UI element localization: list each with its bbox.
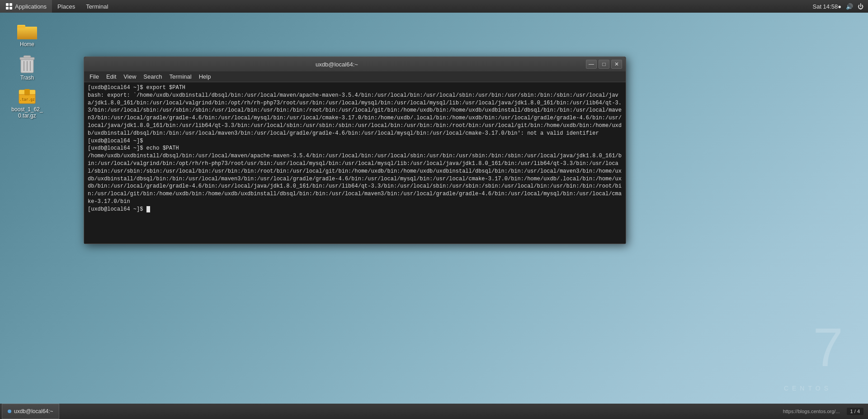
view-label: View: [123, 73, 136, 80]
file-label: File: [90, 73, 99, 80]
taskbar-bottom-right: https://blogs.centos.org/... 1 / 4: [783, 408, 868, 415]
terminal-view-menu[interactable]: View: [120, 71, 140, 82]
time-display: Sat 14:58●: [812, 3, 841, 10]
home-folder-svg: [16, 19, 38, 41]
applications-label: Applications: [15, 3, 47, 10]
help-label: Help: [199, 73, 211, 80]
terminal-controls: — □ ✕: [586, 60, 622, 69]
terminal-menu[interactable]: Terminal: [80, 0, 113, 13]
taskbar-top-right: Sat 14:58● 🔊 ⏻: [812, 3, 868, 10]
terminal-edit-menu[interactable]: Edit: [103, 71, 120, 82]
terminal-file-menu[interactable]: File: [86, 71, 103, 82]
minimize-icon: —: [589, 61, 594, 67]
power-icon[interactable]: ⏻: [858, 3, 863, 10]
svg-rect-0: [6, 3, 9, 6]
close-icon: ✕: [614, 61, 619, 67]
svg-rect-7: [17, 26, 25, 28]
task-dot: [8, 410, 11, 413]
maximize-button[interactable]: □: [599, 60, 609, 69]
svg-rect-6: [17, 27, 37, 39]
terminal-window: uxdb@local64:~ — □ ✕ File Edit View Sear…: [84, 56, 626, 244]
places-menu[interactable]: Places: [52, 0, 80, 13]
edit-label: Edit: [106, 73, 116, 80]
terminal-title: uxdb@local64:~: [88, 61, 586, 68]
terminal-search-menu[interactable]: Search: [140, 71, 165, 82]
centos-brand: CENTOS: [784, 385, 832, 392]
minimize-button[interactable]: —: [586, 60, 597, 69]
terminal-content-area[interactable]: [uxdb@local64 ~]$ export $PATH bash: exp…: [84, 82, 626, 244]
package-svg: .tar.gz: [16, 85, 38, 106]
terminal-cursor: [146, 206, 150, 212]
svg-rect-1: [9, 3, 12, 6]
maximize-icon: □: [602, 61, 605, 67]
package-icon: .tar.gz: [16, 85, 38, 106]
desktop-icon-boost[interactable]: .tar.gz boost_1_62_0.tar.gz: [9, 82, 45, 121]
home-icon-label: Home: [20, 41, 34, 47]
svg-rect-10: [24, 56, 31, 58]
terminal-menu-label: Terminal: [170, 73, 192, 80]
svg-rect-2: [6, 7, 9, 9]
top-menu-left: Applications Places Terminal: [0, 0, 113, 13]
folder-icon: [16, 19, 38, 41]
places-label: Places: [57, 3, 75, 10]
close-button[interactable]: ✕: [611, 60, 622, 69]
trash-icon: [16, 53, 38, 75]
volume-icon[interactable]: 🔊: [846, 3, 853, 10]
taskbar-bottom: uxdb@local64:~ https://blogs.centos.org/…: [0, 404, 868, 419]
trash-icon-label: Trash: [20, 75, 34, 81]
terminal-label: Terminal: [86, 3, 108, 10]
svg-text:.tar.gz: .tar.gz: [19, 98, 35, 102]
desktop-icon-trash[interactable]: Trash: [9, 51, 45, 83]
svg-rect-3: [9, 7, 12, 9]
taskbar-terminal-item[interactable]: uxdb@local64:~: [2, 404, 59, 419]
terminal-terminal-menu[interactable]: Terminal: [166, 71, 195, 82]
boost-icon-label: boost_1_62_0.tar.gz: [11, 106, 43, 119]
task-item-label: uxdb@local64:~: [14, 408, 53, 414]
page-indicator: 1 / 4: [847, 408, 863, 415]
centos-number: 7: [813, 316, 843, 378]
desktop-icon-home[interactable]: Home: [9, 17, 45, 50]
applications-menu[interactable]: Applications: [0, 0, 52, 13]
url-display: https://blogs.centos.org/...: [783, 409, 840, 414]
applications-icon: [5, 3, 13, 10]
search-label: Search: [143, 73, 162, 80]
terminal-titlebar: uxdb@local64:~ — □ ✕: [84, 57, 626, 71]
taskbar-top: Applications Places Terminal Sat 14:58● …: [0, 0, 868, 13]
terminal-help-menu[interactable]: Help: [195, 71, 215, 82]
terminal-menubar: File Edit View Search Terminal Help: [84, 71, 626, 82]
trash-svg: [16, 53, 38, 75]
